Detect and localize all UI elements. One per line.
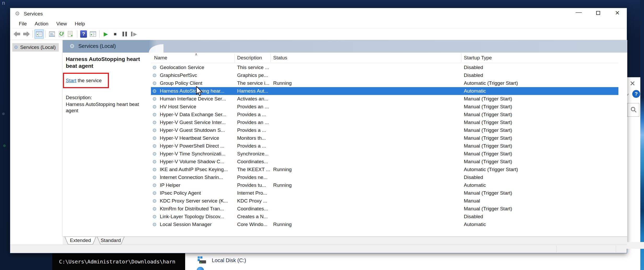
service-gear-icon: ⚙	[152, 135, 157, 141]
console-path-text: C:\Users\Administrator\Downloads\harn	[59, 258, 175, 265]
cell-status: Running	[273, 80, 292, 86]
cell-name: Hyper-V Heartbeat Service	[160, 135, 219, 141]
cell-description: Harness Aut...	[237, 88, 268, 94]
service-gear-icon: ⚙	[152, 222, 157, 228]
table-row[interactable]: ⚙IKE and AuthIP IPsec Keying...The IKEEX…	[151, 166, 618, 173]
column-header-name[interactable]: Name	[154, 55, 167, 61]
pause-service-icon[interactable]	[120, 29, 129, 39]
restart-service-icon[interactable]: ▶	[129, 29, 139, 39]
cell-name: Harness AutoStopping hear...	[160, 88, 224, 94]
console-window[interactable]: C:\Users\Administrator\Downloads\harn	[52, 253, 185, 270]
cell-description: Provides a ...	[237, 112, 266, 117]
service-gear-icon: ⚙	[152, 175, 157, 181]
cell-startup-type: Disabled	[464, 65, 483, 70]
table-row[interactable]: ⚙Link-Layer Topology Discov...Creates a …	[151, 213, 618, 221]
show-action-pane-icon[interactable]	[88, 29, 98, 39]
table-row[interactable]: ⚙Hyper-V Volume Shadow C...Coordinates..…	[151, 158, 618, 166]
services-window: ⚙ Services — ✕ File Action View Help ? ▶…	[10, 8, 627, 253]
column-header-startup-type[interactable]: Startup Type	[464, 55, 492, 61]
menu-view[interactable]: View	[52, 21, 71, 27]
export-list-icon[interactable]	[66, 29, 75, 39]
table-row[interactable]: ⚙HV Host ServiceProvides an ...Manual (T…	[151, 103, 618, 111]
start-service-icon[interactable]: ▶	[101, 29, 110, 39]
service-gear-icon: ⚙	[152, 151, 157, 157]
tab-standard[interactable]: Standard	[97, 237, 125, 244]
stop-service-icon[interactable]: ■	[110, 29, 120, 39]
help-icon[interactable]: ?	[632, 90, 640, 98]
table-row[interactable]: ⚙Hyper-V PowerShell Direct ...Provides a…	[151, 142, 618, 150]
properties-icon[interactable]	[47, 29, 57, 39]
title-bar[interactable]: ⚙ Services — ✕	[10, 8, 627, 20]
status-bar-divider	[616, 246, 616, 252]
forward-icon[interactable]	[22, 29, 31, 39]
tree-item-services-local[interactable]: ⚙ Services (Local)	[12, 43, 59, 52]
cell-name: GraphicsPerfSvc	[160, 72, 197, 78]
table-row[interactable]: ⚙Geolocation ServiceThis service ...Disa…	[151, 64, 618, 71]
column-divider[interactable]	[235, 54, 235, 62]
close-icon[interactable]: ✕	[630, 80, 635, 88]
table-row[interactable]: ⚙Hyper-V Guest Service Inter...Provides …	[151, 119, 618, 126]
cell-description: KDC Proxy ...	[237, 198, 267, 204]
cell-startup-type: Manual (Trigger Start)	[464, 127, 512, 133]
services-node-icon: ⚙	[14, 44, 18, 50]
cell-status: Running	[273, 182, 292, 188]
table-row[interactable]: ⚙Hyper-V Heartbeat ServiceMonitors th...…	[151, 134, 618, 142]
column-header-description[interactable]: Description	[237, 55, 262, 61]
view-header-band: ⚙ Services (Local)	[63, 40, 627, 53]
band-curve-decor	[149, 44, 163, 53]
cell-startup-type: Manual (Trigger Start)	[464, 143, 512, 149]
cell-description: The service i...	[237, 80, 270, 86]
drive-label: Local Disk (C:)	[212, 257, 246, 263]
table-row[interactable]: ⚙IP HelperProvides tu...RunningAutomatic	[151, 181, 618, 189]
help-icon[interactable]: ?	[79, 29, 88, 39]
table-row[interactable]: ⚙KtmRm for Distributed Tran...Coordinate…	[151, 205, 618, 213]
table-row[interactable]: ⚙Hyper-V Time Synchronizati...Synchroniz…	[151, 150, 618, 158]
table-row[interactable]: ⚙Internet Connection Sharin...Provides n…	[151, 173, 618, 181]
service-gear-icon: ⚙	[152, 72, 157, 78]
back-icon[interactable]	[12, 29, 22, 39]
cell-name: Hyper-V Guest Service Inter...	[160, 120, 226, 125]
menu-action[interactable]: Action	[31, 21, 52, 27]
service-gear-icon: ⚙	[152, 143, 157, 149]
maximize-button[interactable]	[590, 8, 606, 19]
service-gear-icon: ⚙	[152, 88, 157, 94]
show-console-tree-icon[interactable]	[34, 29, 44, 39]
desktop-wallpaper-strip	[640, 0, 644, 270]
menu-file[interactable]: File	[15, 21, 31, 27]
minimize-button[interactable]: —	[571, 8, 586, 19]
cell-description: Provides a ...	[237, 127, 266, 133]
cell-name: KDC Proxy Server service (K...	[160, 198, 228, 204]
table-row[interactable]: ⚙Group Policy ClientThe service i...Runn…	[151, 79, 618, 87]
close-button[interactable]: ✕	[610, 8, 625, 19]
table-row[interactable]: ⚙Harness AutoStopping hear...Harness Aut…	[151, 87, 618, 95]
table-row[interactable]: ⚙IPsec Policy AgentInternet Pro...Manual…	[151, 189, 618, 197]
service-gear-icon: ⚙	[152, 104, 157, 110]
cell-name: IP Helper	[160, 182, 180, 188]
table-row[interactable]: ⚙Hyper-V Guest Shutdown S...Provides a .…	[151, 126, 618, 134]
search-box[interactable]	[627, 103, 639, 117]
service-gear-icon: ⚙	[152, 127, 157, 133]
table-row[interactable]: ⚙GraphicsPerfSvcGraphics pe...Disabled	[151, 71, 618, 79]
cell-startup-type: Manual (Trigger Start)	[464, 190, 512, 196]
cell-startup-type: Manual (Trigger Start)	[464, 151, 512, 157]
cell-name: Hyper-V Volume Shadow C...	[160, 159, 224, 165]
cell-name: HV Host Service	[160, 104, 196, 110]
table-row[interactable]: ⚙Local Session ManagerCore Windo...Runni…	[151, 221, 618, 228]
console-tree-pane: ⚙ Services (Local)	[10, 40, 62, 237]
desktop-fragment-text: n	[2, 0, 5, 6]
service-gear-icon: ⚙	[152, 182, 157, 188]
column-divider[interactable]	[271, 54, 271, 62]
cell-description: Core Windo...	[237, 222, 267, 227]
menu-help[interactable]: Help	[71, 21, 89, 27]
drive-list-item[interactable]: Local Disk (C:)	[197, 256, 246, 265]
table-row[interactable]: ⚙Hyper-V Data Exchange Ser...Provides a …	[151, 111, 618, 119]
table-row[interactable]: ⚙Human Interface Device Ser...Activates …	[151, 95, 618, 103]
column-header-status[interactable]: Status	[273, 55, 287, 61]
cell-name: IPsec Policy Agent	[160, 190, 201, 196]
tab-extended[interactable]: Extended	[65, 237, 96, 244]
refresh-icon[interactable]	[57, 29, 66, 39]
cell-startup-type: Disabled	[464, 214, 483, 220]
table-row[interactable]: ⚙KDC Proxy Server service (K...KDC Proxy…	[151, 197, 618, 205]
column-divider[interactable]	[461, 54, 461, 62]
cell-startup-type: Disabled	[464, 175, 483, 180]
